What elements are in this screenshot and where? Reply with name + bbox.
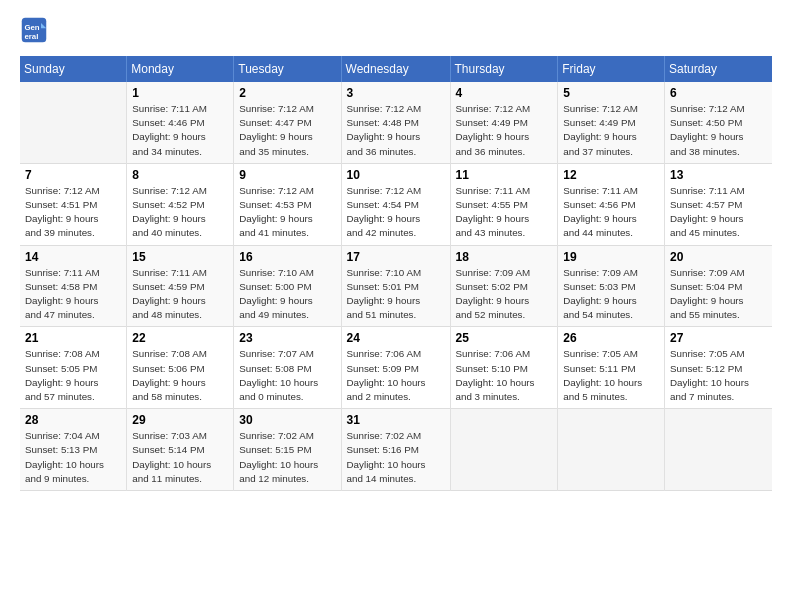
calendar-cell: 12Sunrise: 7:11 AM Sunset: 4:56 PM Dayli… bbox=[558, 163, 665, 245]
day-number: 24 bbox=[347, 331, 445, 345]
day-number: 16 bbox=[239, 250, 335, 264]
day-number: 31 bbox=[347, 413, 445, 427]
day-info: Sunrise: 7:06 AM Sunset: 5:10 PM Dayligh… bbox=[456, 347, 553, 404]
day-number: 1 bbox=[132, 86, 228, 100]
calendar-row: 1Sunrise: 7:11 AM Sunset: 4:46 PM Daylig… bbox=[20, 82, 772, 163]
calendar-cell: 3Sunrise: 7:12 AM Sunset: 4:48 PM Daylig… bbox=[341, 82, 450, 163]
day-number: 3 bbox=[347, 86, 445, 100]
day-number: 26 bbox=[563, 331, 659, 345]
calendar-row: 21Sunrise: 7:08 AM Sunset: 5:05 PM Dayli… bbox=[20, 327, 772, 409]
day-info: Sunrise: 7:05 AM Sunset: 5:11 PM Dayligh… bbox=[563, 347, 659, 404]
day-info: Sunrise: 7:11 AM Sunset: 4:46 PM Dayligh… bbox=[132, 102, 228, 159]
calendar-cell: 20Sunrise: 7:09 AM Sunset: 5:04 PM Dayli… bbox=[665, 245, 773, 327]
page: Gen eral SundayMondayTuesdayWednesdayThu… bbox=[0, 0, 792, 501]
calendar-row: 14Sunrise: 7:11 AM Sunset: 4:58 PM Dayli… bbox=[20, 245, 772, 327]
calendar-cell: 25Sunrise: 7:06 AM Sunset: 5:10 PM Dayli… bbox=[450, 327, 558, 409]
calendar-cell: 6Sunrise: 7:12 AM Sunset: 4:50 PM Daylig… bbox=[665, 82, 773, 163]
day-number: 23 bbox=[239, 331, 335, 345]
day-info: Sunrise: 7:12 AM Sunset: 4:49 PM Dayligh… bbox=[563, 102, 659, 159]
day-number: 17 bbox=[347, 250, 445, 264]
day-number: 5 bbox=[563, 86, 659, 100]
day-info: Sunrise: 7:02 AM Sunset: 5:16 PM Dayligh… bbox=[347, 429, 445, 486]
calendar-cell: 22Sunrise: 7:08 AM Sunset: 5:06 PM Dayli… bbox=[127, 327, 234, 409]
col-header-sunday: Sunday bbox=[20, 56, 127, 82]
calendar-cell bbox=[558, 409, 665, 491]
header: Gen eral bbox=[20, 16, 772, 44]
calendar-cell bbox=[20, 82, 127, 163]
calendar-cell: 21Sunrise: 7:08 AM Sunset: 5:05 PM Dayli… bbox=[20, 327, 127, 409]
calendar-cell: 16Sunrise: 7:10 AM Sunset: 5:00 PM Dayli… bbox=[234, 245, 341, 327]
logo: Gen eral bbox=[20, 16, 52, 44]
day-info: Sunrise: 7:06 AM Sunset: 5:09 PM Dayligh… bbox=[347, 347, 445, 404]
calendar-cell: 26Sunrise: 7:05 AM Sunset: 5:11 PM Dayli… bbox=[558, 327, 665, 409]
calendar-cell bbox=[665, 409, 773, 491]
calendar-cell: 7Sunrise: 7:12 AM Sunset: 4:51 PM Daylig… bbox=[20, 163, 127, 245]
calendar-cell: 15Sunrise: 7:11 AM Sunset: 4:59 PM Dayli… bbox=[127, 245, 234, 327]
day-info: Sunrise: 7:12 AM Sunset: 4:47 PM Dayligh… bbox=[239, 102, 335, 159]
logo-icon: Gen eral bbox=[20, 16, 48, 44]
day-info: Sunrise: 7:05 AM Sunset: 5:12 PM Dayligh… bbox=[670, 347, 767, 404]
day-info: Sunrise: 7:08 AM Sunset: 5:06 PM Dayligh… bbox=[132, 347, 228, 404]
day-number: 8 bbox=[132, 168, 228, 182]
col-header-friday: Friday bbox=[558, 56, 665, 82]
calendar-cell: 29Sunrise: 7:03 AM Sunset: 5:14 PM Dayli… bbox=[127, 409, 234, 491]
calendar-cell: 5Sunrise: 7:12 AM Sunset: 4:49 PM Daylig… bbox=[558, 82, 665, 163]
calendar-row: 7Sunrise: 7:12 AM Sunset: 4:51 PM Daylig… bbox=[20, 163, 772, 245]
day-info: Sunrise: 7:02 AM Sunset: 5:15 PM Dayligh… bbox=[239, 429, 335, 486]
col-header-monday: Monday bbox=[127, 56, 234, 82]
day-number: 21 bbox=[25, 331, 121, 345]
calendar-cell: 10Sunrise: 7:12 AM Sunset: 4:54 PM Dayli… bbox=[341, 163, 450, 245]
header-row: SundayMondayTuesdayWednesdayThursdayFrid… bbox=[20, 56, 772, 82]
day-info: Sunrise: 7:11 AM Sunset: 4:56 PM Dayligh… bbox=[563, 184, 659, 241]
day-number: 13 bbox=[670, 168, 767, 182]
calendar-cell: 1Sunrise: 7:11 AM Sunset: 4:46 PM Daylig… bbox=[127, 82, 234, 163]
calendar-cell: 14Sunrise: 7:11 AM Sunset: 4:58 PM Dayli… bbox=[20, 245, 127, 327]
day-number: 2 bbox=[239, 86, 335, 100]
day-info: Sunrise: 7:12 AM Sunset: 4:50 PM Dayligh… bbox=[670, 102, 767, 159]
day-info: Sunrise: 7:04 AM Sunset: 5:13 PM Dayligh… bbox=[25, 429, 121, 486]
day-number: 14 bbox=[25, 250, 121, 264]
day-info: Sunrise: 7:09 AM Sunset: 5:03 PM Dayligh… bbox=[563, 266, 659, 323]
day-info: Sunrise: 7:11 AM Sunset: 4:58 PM Dayligh… bbox=[25, 266, 121, 323]
day-info: Sunrise: 7:12 AM Sunset: 4:52 PM Dayligh… bbox=[132, 184, 228, 241]
day-info: Sunrise: 7:11 AM Sunset: 4:59 PM Dayligh… bbox=[132, 266, 228, 323]
day-number: 9 bbox=[239, 168, 335, 182]
calendar-cell: 28Sunrise: 7:04 AM Sunset: 5:13 PM Dayli… bbox=[20, 409, 127, 491]
col-header-tuesday: Tuesday bbox=[234, 56, 341, 82]
day-info: Sunrise: 7:03 AM Sunset: 5:14 PM Dayligh… bbox=[132, 429, 228, 486]
day-number: 30 bbox=[239, 413, 335, 427]
col-header-thursday: Thursday bbox=[450, 56, 558, 82]
day-number: 15 bbox=[132, 250, 228, 264]
day-number: 25 bbox=[456, 331, 553, 345]
calendar-cell: 13Sunrise: 7:11 AM Sunset: 4:57 PM Dayli… bbox=[665, 163, 773, 245]
day-info: Sunrise: 7:08 AM Sunset: 5:05 PM Dayligh… bbox=[25, 347, 121, 404]
calendar-cell bbox=[450, 409, 558, 491]
day-info: Sunrise: 7:11 AM Sunset: 4:55 PM Dayligh… bbox=[456, 184, 553, 241]
calendar-cell: 30Sunrise: 7:02 AM Sunset: 5:15 PM Dayli… bbox=[234, 409, 341, 491]
calendar-cell: 18Sunrise: 7:09 AM Sunset: 5:02 PM Dayli… bbox=[450, 245, 558, 327]
calendar-cell: 2Sunrise: 7:12 AM Sunset: 4:47 PM Daylig… bbox=[234, 82, 341, 163]
day-info: Sunrise: 7:11 AM Sunset: 4:57 PM Dayligh… bbox=[670, 184, 767, 241]
day-number: 10 bbox=[347, 168, 445, 182]
day-number: 29 bbox=[132, 413, 228, 427]
day-number: 20 bbox=[670, 250, 767, 264]
day-info: Sunrise: 7:09 AM Sunset: 5:02 PM Dayligh… bbox=[456, 266, 553, 323]
calendar-cell: 9Sunrise: 7:12 AM Sunset: 4:53 PM Daylig… bbox=[234, 163, 341, 245]
calendar-cell: 31Sunrise: 7:02 AM Sunset: 5:16 PM Dayli… bbox=[341, 409, 450, 491]
day-info: Sunrise: 7:07 AM Sunset: 5:08 PM Dayligh… bbox=[239, 347, 335, 404]
svg-text:eral: eral bbox=[24, 32, 38, 41]
day-info: Sunrise: 7:12 AM Sunset: 4:54 PM Dayligh… bbox=[347, 184, 445, 241]
day-number: 7 bbox=[25, 168, 121, 182]
day-info: Sunrise: 7:12 AM Sunset: 4:49 PM Dayligh… bbox=[456, 102, 553, 159]
svg-text:Gen: Gen bbox=[24, 23, 39, 32]
col-header-wednesday: Wednesday bbox=[341, 56, 450, 82]
day-info: Sunrise: 7:10 AM Sunset: 5:00 PM Dayligh… bbox=[239, 266, 335, 323]
day-info: Sunrise: 7:12 AM Sunset: 4:48 PM Dayligh… bbox=[347, 102, 445, 159]
calendar-cell: 17Sunrise: 7:10 AM Sunset: 5:01 PM Dayli… bbox=[341, 245, 450, 327]
day-number: 27 bbox=[670, 331, 767, 345]
day-number: 11 bbox=[456, 168, 553, 182]
day-number: 4 bbox=[456, 86, 553, 100]
col-header-saturday: Saturday bbox=[665, 56, 773, 82]
day-number: 12 bbox=[563, 168, 659, 182]
day-number: 18 bbox=[456, 250, 553, 264]
